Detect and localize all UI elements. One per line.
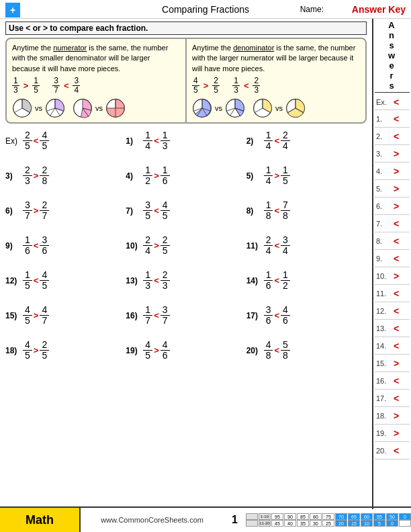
score-cell: 70 [335, 513, 347, 520]
problem: 10) 2 4 > 2 5 [126, 234, 246, 258]
problem: 9) 1 6 < 3 6 [5, 234, 126, 258]
answer-item: 5.> [375, 180, 410, 197]
footer-scores: 1-10 95 90 85 80 75 70 65 60 55 50 0 11-… [246, 508, 411, 532]
score-cell: 45 [271, 520, 283, 527]
fraction-right: 2 5 [161, 235, 170, 257]
fraction-left: 3 6 [264, 305, 273, 326]
fraction-right: 2 7 [40, 200, 49, 222]
score-cell [399, 520, 411, 527]
footer-page: 1 [224, 508, 246, 532]
problem-number: 2) [246, 136, 261, 146]
info-right: Anytime the denominator is the same, the… [187, 39, 365, 122]
fraction-left: 4 5 [143, 340, 152, 361]
fraction-left: 1 4 [143, 130, 152, 152]
score-cell: 10 [361, 520, 373, 527]
fraction-left: 4 5 [23, 305, 32, 326]
answer-item: 12.< [375, 302, 410, 320]
score-cell: 60 [361, 513, 373, 520]
fraction-left: 1 8 [264, 200, 273, 222]
problem: 13) 1 3 < 2 3 [126, 269, 246, 293]
score-cell: 40 [284, 520, 296, 527]
score-cell: 35 [297, 520, 309, 527]
problem: 14) 1 6 < 1 2 [246, 269, 367, 293]
problem: 2) 1 4 < 2 4 [246, 129, 367, 153]
footer-math-label: Math [0, 508, 81, 532]
problem-row: 3) 2 3 > 2 8 4) 1 2 > 1 6 5) 1 [5, 164, 367, 188]
problem-row: Ex) 2 5 < 4 5 1) 1 4 < 1 3 2) 1 [5, 129, 367, 153]
problem: 19) 4 5 > 4 6 [126, 339, 246, 363]
score-row-1: 1-10 95 90 85 80 75 70 65 60 55 50 0 [246, 513, 411, 520]
directions: Use < or > to compare each fraction. [5, 21, 367, 35]
problem-row: 18) 4 5 > 2 5 19) 4 5 > 4 6 20) [5, 339, 367, 363]
score-cell: 15 [348, 520, 360, 527]
problem-number: Ex) [5, 136, 20, 146]
score-cell: 11-20 [259, 520, 271, 527]
score-row-2: 11-20 45 40 35 30 25 20 15 10 5 0 [246, 520, 411, 527]
answer-item: 6.> [375, 197, 410, 215]
problem: 15) 4 5 > 4 7 [5, 304, 126, 328]
score-cell: 80 [310, 513, 322, 520]
score-cell: 50 [386, 513, 398, 520]
score-cell: 20 [335, 520, 347, 527]
answer-ex: Ex. < [375, 94, 410, 110]
fraction-left: 3 7 [23, 200, 32, 222]
problem-number: 7) [126, 206, 140, 216]
fraction-right: 4 5 [40, 130, 49, 152]
fraction-left: 4 5 [23, 340, 32, 361]
problem: 3) 2 3 > 2 8 [5, 164, 126, 188]
problem-row: 12) 1 5 < 4 5 13) 1 3 < 2 3 14) [5, 269, 367, 293]
problem: 6) 3 7 > 2 7 [5, 199, 126, 223]
score-cell [246, 520, 258, 527]
answer-item: 16.< [375, 372, 410, 390]
answer-item: 9.< [375, 250, 410, 267]
info-box: Anytime the numerator is the same, the n… [5, 38, 367, 124]
problem-number: 4) [126, 171, 140, 181]
answer-key-label: Answer Key [352, 4, 406, 15]
problem-row: 9) 1 6 < 3 6 10) 2 4 > 2 5 11) [5, 234, 367, 258]
problems-section: Ex) 2 5 < 4 5 1) 1 4 < 1 3 2) 1 [5, 129, 367, 373]
problem: Ex) 2 5 < 4 5 [5, 129, 126, 153]
problem-number: 13) [126, 276, 140, 285]
answer-item: 17.< [375, 390, 410, 407]
answer-item: 2.< [375, 128, 410, 145]
problem: 20) 4 8 < 5 8 [246, 339, 367, 363]
problem: 16) 1 7 < 3 7 [126, 304, 246, 328]
fraction-left: 1 5 [23, 270, 32, 292]
answer-item: 8.< [375, 232, 410, 250]
score-cell: 90 [284, 513, 296, 520]
answer-item: 7.< [375, 215, 410, 232]
answer-item: 19.> [375, 425, 410, 442]
score-cell: 0 [399, 513, 411, 520]
answers-list: 1.<2.<3.>4.>5.>6.>7.<8.<9.<10.>11.<12.<1… [375, 110, 410, 459]
problem-number: 9) [5, 241, 20, 251]
footer: Math www.CommonCoreSheets.com 1 1-10 95 … [0, 506, 411, 532]
fraction-left: 1 4 [264, 130, 273, 152]
pie-row-left: vs vs [12, 98, 180, 118]
problem-row: 6) 3 7 > 2 7 7) 3 5 < 4 5 8) 1 [5, 199, 367, 223]
pie-row-right: vs [192, 98, 360, 118]
fraction-left: 2 3 [23, 165, 32, 187]
score-cell [246, 513, 258, 520]
fraction-left: 1 2 [143, 165, 152, 187]
fraction-right: 4 5 [161, 200, 170, 222]
answer-item: 10.> [375, 267, 410, 285]
problem: 18) 4 5 > 2 5 [5, 339, 126, 363]
answer-item: 14.< [375, 337, 410, 355]
answer-item: 13.< [375, 320, 410, 337]
answer-item: 20.< [375, 442, 410, 459]
answer-item: 11.< [375, 285, 410, 302]
fraction-right: 3 7 [161, 305, 170, 326]
score-cell: 0 [386, 520, 398, 527]
fraction-left: 1 6 [264, 270, 273, 292]
problem-number: 15) [5, 311, 20, 320]
score-cell: 65 [348, 513, 360, 520]
answer-item: 4.> [375, 163, 410, 180]
problem: 5) 1 4 > 1 5 [246, 164, 367, 188]
problem: 8) 1 8 < 7 8 [246, 199, 367, 223]
fraction-right: 4 7 [40, 305, 49, 326]
fraction-left: 4 8 [264, 340, 273, 361]
fraction-right: 4 5 [40, 270, 49, 292]
problem-number: 11) [246, 241, 261, 251]
problem-number: 20) [246, 346, 261, 355]
score-cell: 85 [297, 513, 309, 520]
